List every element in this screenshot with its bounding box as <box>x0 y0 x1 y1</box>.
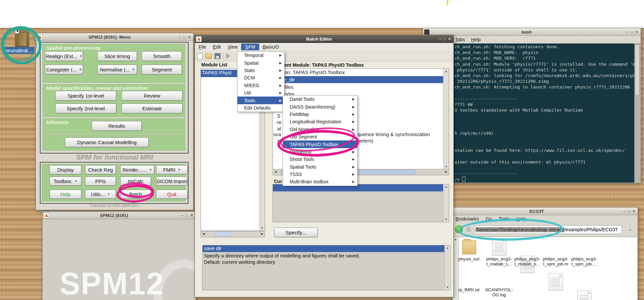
menu-item-spatial[interactable]: Spatial▶ <box>237 59 284 66</box>
menu-edit[interactable]: Edit <box>210 44 224 50</box>
menu-go[interactable]: Go <box>486 216 492 222</box>
vscrollbar[interactable]: ▲▼ <box>443 184 449 222</box>
menu-bookmarks[interactable]: Bookmarks <box>455 216 479 222</box>
selected-item-row[interactable] <box>273 76 443 83</box>
menu-item-dcm[interactable]: DCM▶ <box>237 74 284 81</box>
item-row-fragment[interactable]: on: TAPAS PhysIO Toolbox <box>284 69 345 75</box>
maximize-button[interactable]: □ <box>628 209 630 214</box>
specify-2nd-level-button[interactable]: Specify 2nd-level <box>55 104 116 113</box>
menu-item-tapas-physio-toolbox[interactable]: TAPAS PhysIO Toolbox <box>283 140 357 148</box>
menu-help[interactable]: Help <box>516 216 526 222</box>
specify-button[interactable]: Specify... <box>274 228 317 237</box>
ppis-button[interactable]: PPIs <box>85 177 116 186</box>
close-button[interactable]: ✕ <box>188 35 191 39</box>
save-icon[interactable] <box>215 53 220 59</box>
goto-dots-icon[interactable]: ⇣ <box>628 226 633 232</box>
minimize-button[interactable]: – <box>623 209 625 214</box>
file-label[interactable]: SCANPHYSL- OG.log <box>483 287 515 297</box>
new-file-icon[interactable] <box>197 53 203 59</box>
file-icon[interactable] <box>492 238 506 256</box>
estimate-button[interactable]: Estimate <box>122 104 183 113</box>
run-batch-icon[interactable] <box>226 53 230 59</box>
menu-item-daiss[interactable]: DAiSS (beamforming)▶ <box>283 103 357 110</box>
close-button[interactable]: ✕ <box>635 30 638 34</box>
close-button[interactable]: ✕ <box>448 37 451 41</box>
menu-view[interactable]: View <box>224 44 241 50</box>
spm-menu-titlebar[interactable]: SPM12 (8191): Menu –□✕ <box>36 33 193 41</box>
go-up-icon[interactable]: ↑ <box>455 225 463 233</box>
file-label[interactable]: philips_ecg3- t_matlab_s... <box>483 256 515 266</box>
file-label[interactable]: rp_fMRI.txt <box>453 287 485 292</box>
batch-button[interactable]: Batch <box>120 190 151 199</box>
minimize-button[interactable]: – <box>179 35 181 39</box>
item-row-fragment[interactable]: files <box>284 84 293 90</box>
dicom-import-button[interactable]: DICOM Import <box>156 177 188 186</box>
batch-editor-titlebar[interactable]: Batch Editor –□✕ <box>195 35 453 43</box>
file-label[interactable]: philips_ecg3- t_motion_o... <box>511 256 543 266</box>
maximize-button[interactable]: □ <box>631 30 633 34</box>
menu-item-tsss[interactable]: TSSS▶ <box>283 171 357 178</box>
check-reg-button[interactable]: Check Reg <box>85 165 116 174</box>
maximize-button[interactable]: □ <box>183 35 186 39</box>
menu-item-longitudinal-registration[interactable]: Longitudinal Registration▶ <box>283 118 357 125</box>
current-item-listbox[interactable]: ▲▼ <box>273 184 449 222</box>
close-button[interactable]: ✕ <box>632 209 635 214</box>
home-icon[interactable]: ⌂ <box>466 225 471 233</box>
segment-button[interactable]: Segment <box>142 65 182 74</box>
desktop-icon-label[interactable]: neurodesk... <box>3 47 34 54</box>
terminal-titlebar[interactable]: bash –□✕ <box>423 28 641 36</box>
menu-item-util[interactable]: Util▶ <box>237 89 284 97</box>
minimize-button[interactable]: – <box>439 37 441 41</box>
toolbox-dropdown[interactable]: Toolbox:▼ <box>50 177 81 186</box>
menu-item-dartel-tools[interactable]: Dartel Tools▶ <box>283 96 357 103</box>
normalise-dropdown[interactable]: Normalise (...▼ <box>97 65 137 74</box>
help-title-row[interactable]: save dir <box>203 245 444 252</box>
realign-dropdown[interactable]: Realign (Est...▼ <box>45 51 83 61</box>
help-button[interactable]: Help <box>50 190 81 199</box>
file-icon[interactable] <box>549 273 563 291</box>
close-button[interactable]: ✕ <box>190 213 193 218</box>
folder-icon[interactable] <box>462 239 476 254</box>
menu-item-fieldmap[interactable]: FieldMap▶ <box>283 111 357 118</box>
file-icon[interactable] <box>577 291 591 300</box>
file-label[interactable]: physio_out <box>453 256 485 261</box>
slice-timing-button[interactable]: Slice timing <box>97 51 137 61</box>
imcalc-button[interactable]: ImCalc <box>120 177 151 186</box>
open-file-icon[interactable] <box>205 54 212 59</box>
menu-item-tools[interactable]: Tools▶ <box>237 97 284 104</box>
menu-basicio[interactable]: BasicIO <box>259 44 282 50</box>
spm-graphics-titlebar[interactable]: SPM12 (8191) –□✕ <box>43 212 196 219</box>
specify-1st-level-button[interactable]: Specify 1st-level <box>55 91 116 101</box>
file-manager-titlebar[interactable]: ECG3T –□✕ <box>452 207 638 215</box>
minimize-button[interactable]: – <box>626 30 628 34</box>
menu-file[interactable]: File <box>195 44 210 50</box>
render-dropdown[interactable]: Render... ...▼ <box>120 165 154 174</box>
path-input[interactable]: /home/user/Desktop/neurodesktop-storage/… <box>474 225 622 234</box>
menu-item-multi-brain-toolbox[interactable]: Multi-Brain toolbox▶ <box>283 178 357 185</box>
help-vscrollbar[interactable]: ▲▼ <box>444 245 450 290</box>
menu-spm[interactable]: SPM <box>241 44 259 50</box>
utils-dropdown[interactable]: Utils...▼ <box>85 190 116 199</box>
menu-item-temporal[interactable]: Temporal▶ <box>237 52 284 59</box>
menu-item-old-normalise[interactable]: Old Normalise▶ <box>283 126 357 133</box>
menu-item-shoot-tools[interactable]: Shoot Tools▶ <box>283 156 357 163</box>
menu-tabs[interactable]: Tabs <box>455 37 465 42</box>
menu-item-edit-defaults[interactable]: Edit Defaults <box>237 104 284 112</box>
results-button[interactable]: Results <box>92 121 142 131</box>
maximize-button[interactable]: □ <box>186 213 188 218</box>
file-label[interactable]: philips_ecg3- t_spm_job.m <box>540 256 572 266</box>
module-list-hscrollbar[interactable]: ◀▶ <box>201 231 265 237</box>
menu-help[interactable]: Help <box>471 37 481 42</box>
fmri-dropdown[interactable]: FMRI▼ <box>156 165 188 174</box>
review-button[interactable]: Review <box>122 91 183 101</box>
item-row-selected-fragment[interactable]: e_dir <box>284 77 295 82</box>
display-button[interactable]: Display <box>50 165 81 174</box>
coregister-dropdown[interactable]: Coregister (...▼ <box>45 65 83 74</box>
menu-tools[interactable]: Tools <box>499 216 510 222</box>
menu-item-rendering[interactable]: Rendering▶ <box>283 148 357 156</box>
minimize-button[interactable]: – <box>181 213 183 218</box>
menu-item-old-segment[interactable]: Old Segment <box>283 133 357 140</box>
dynamic-causal-modelling-button[interactable]: Dynamic Causal Modelling <box>65 137 149 147</box>
menu-item-stats[interactable]: Stats▶ <box>237 67 284 74</box>
menu-item-spatial-tools[interactable]: Spatial Tools▶ <box>283 163 357 171</box>
